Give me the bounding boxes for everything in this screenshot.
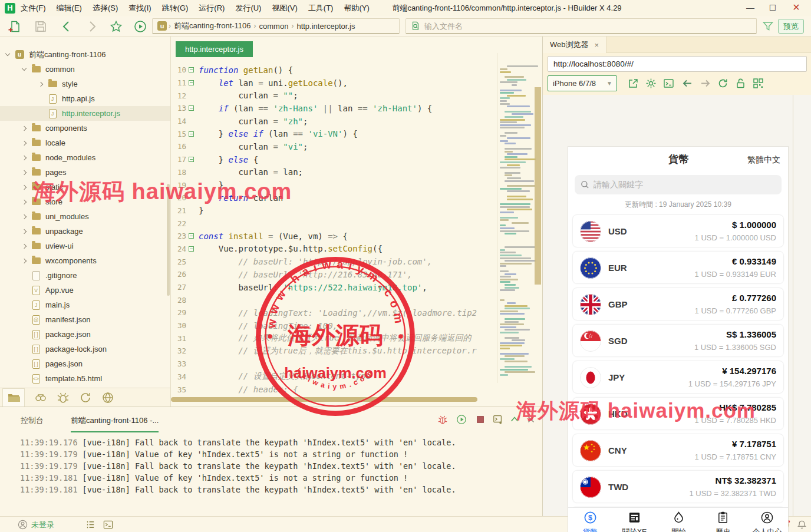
outline-list-icon[interactable] (85, 520, 95, 530)
unlock-icon[interactable] (735, 78, 746, 89)
tree-expand-arrow[interactable] (38, 81, 43, 86)
tree-item[interactable]: u前端canting-front-1106 (0, 47, 171, 62)
menu-item[interactable]: 发行(U) (230, 0, 266, 16)
save-icon[interactable] (34, 20, 47, 33)
new-file-icon[interactable] (8, 20, 21, 33)
refresh-panel-icon[interactable] (79, 391, 92, 404)
preview-scrollbar[interactable] (793, 95, 793, 516)
tree-item[interactable]: Jhttp.api.js (0, 91, 171, 106)
line-number[interactable]: 17 (171, 155, 186, 164)
nav-item[interactable]: 个人中心 (745, 508, 789, 532)
tab-project-console[interactable]: 前端canting-front-1106 -... (71, 415, 159, 432)
restart-icon[interactable] (456, 414, 467, 425)
tree-expand-arrow[interactable] (22, 258, 27, 263)
browser-tab-close-icon[interactable]: × (595, 41, 599, 49)
terminal-status-icon[interactable] (103, 520, 113, 530)
tree-expand-arrow[interactable] (22, 214, 27, 219)
nav-item[interactable]: 歷史 (701, 508, 745, 532)
tree-item[interactable]: node_modules (0, 150, 171, 165)
account-icon[interactable] (18, 520, 28, 530)
login-status[interactable]: 未登录 (31, 520, 54, 530)
currency-row[interactable]: JPY ¥ 154.297176 1 USD = 154.297176 JPY (572, 361, 784, 394)
line-number[interactable]: 35 (171, 385, 186, 394)
close-console-icon[interactable] (526, 414, 536, 425)
line-number[interactable]: 26 (171, 270, 186, 279)
tab-console[interactable]: 控制台 (21, 415, 44, 426)
tree-item[interactable]: Jmain.js (0, 298, 171, 312)
nav-back-icon[interactable] (682, 78, 693, 89)
line-number[interactable]: 30 (171, 321, 186, 330)
tree-item[interactable]: [ ]package.json (0, 327, 171, 342)
breadcrumb-item[interactable]: 前端canting-front-1106 (174, 21, 251, 31)
stop-icon[interactable] (475, 414, 486, 425)
line-number[interactable]: 12 (171, 91, 186, 100)
tree-item[interactable]: components (0, 121, 171, 136)
tree-expand-arrow[interactable] (22, 170, 27, 174)
back-icon[interactable] (60, 20, 73, 33)
breadcrumb-item[interactable]: common (259, 22, 289, 31)
line-number[interactable]: 18 (171, 168, 186, 177)
preview-button[interactable]: 预览 (778, 19, 804, 34)
fold-marker[interactable] (189, 105, 194, 111)
currency-row[interactable]: USD $ 1.000000 1 USD = 1.000000 USD (572, 214, 784, 247)
tree-item[interactable]: VApp.vue (0, 283, 171, 298)
line-number[interactable]: 22 (171, 219, 186, 228)
currency-row[interactable]: GBP £ 0.777260 1 USD = 0.777260 GBP (572, 288, 784, 320)
device-selector[interactable]: iPhone 6/7/8▼ (548, 75, 617, 91)
file-search-input[interactable] (424, 22, 719, 31)
tree-expand-arrow[interactable] (22, 125, 27, 130)
tree-item[interactable]: style (0, 77, 171, 91)
file-search-box[interactable] (406, 18, 757, 34)
tree-item[interactable]: uni_modules (0, 209, 171, 224)
debug-panel-icon[interactable] (57, 391, 70, 404)
run-icon[interactable] (134, 20, 147, 33)
settings-gear-icon[interactable] (645, 78, 657, 89)
nav-item[interactable]: 開始 (657, 508, 701, 532)
sidebar-scrollbar[interactable] (167, 184, 170, 296)
currency-row[interactable]: TWD NT$ 32.382371 1 USD = 32.382371 TWD (572, 470, 784, 503)
line-number[interactable]: 19 (171, 181, 186, 190)
line-number[interactable]: 25 (171, 257, 186, 266)
files-panel-tab[interactable] (2, 388, 25, 407)
menu-item[interactable]: 查找(I) (123, 0, 156, 16)
fold-marker[interactable] (189, 246, 194, 252)
menu-item[interactable]: 文件(F) (15, 0, 51, 16)
tree-item[interactable]: store (0, 194, 171, 209)
line-number[interactable]: 20 (171, 193, 186, 202)
tree-collapse-arrow[interactable] (5, 51, 10, 56)
minimap[interactable] (497, 53, 542, 383)
currency-search-bar[interactable]: 請輸入關鍵字 (575, 175, 782, 194)
line-number[interactable]: 13 (171, 104, 186, 113)
line-number[interactable]: 10 (171, 65, 186, 74)
tree-expand-arrow[interactable] (22, 184, 27, 189)
tree-item[interactable]: common (0, 62, 171, 77)
close-button[interactable]: ✕ (787, 0, 805, 16)
fold-marker[interactable] (189, 157, 194, 162)
url-bar[interactable] (548, 56, 807, 72)
menu-item[interactable]: 编辑(E) (51, 0, 87, 16)
tree-item[interactable]: static (0, 180, 171, 194)
nav-forward-icon[interactable] (700, 78, 711, 89)
web-panel-icon[interactable] (101, 391, 114, 404)
tree-item[interactable]: .gitignore (0, 268, 171, 283)
language-switch[interactable]: 繁體中文 (747, 147, 780, 173)
line-number[interactable]: 31 (171, 334, 186, 343)
tree-item[interactable]: Jhttp.interceptor.js (0, 106, 171, 121)
menu-item[interactable]: 运行(R) (193, 0, 230, 16)
menu-item[interactable]: 跳转(G) (157, 0, 194, 16)
tree-expand-arrow[interactable] (22, 199, 27, 204)
tree-item[interactable]: pages (0, 165, 171, 180)
line-number[interactable]: 34 (171, 372, 186, 381)
editor-horizontal-scrollbar[interactable] (171, 397, 477, 402)
line-number[interactable]: 27 (171, 283, 186, 292)
currency-row[interactable]: SGD S$ 1.336005 1 USD = 1.336005 SGD (572, 324, 784, 357)
tree-item[interactable]: <>template.h5.html (0, 371, 171, 386)
tree-item[interactable]: @manifest.json (0, 312, 171, 327)
open-external-icon[interactable] (628, 78, 639, 89)
currency-row[interactable]: EUR € 0.933149 1 USD = 0.933149 EUR (572, 251, 784, 284)
tree-expand-arrow[interactable] (22, 229, 27, 233)
tree-item[interactable]: locale (0, 136, 171, 150)
line-number[interactable]: 24 (171, 244, 186, 253)
nav-item[interactable]: 關於XE (612, 508, 657, 532)
tab-web-browser[interactable]: Web浏览器 × (543, 37, 606, 53)
